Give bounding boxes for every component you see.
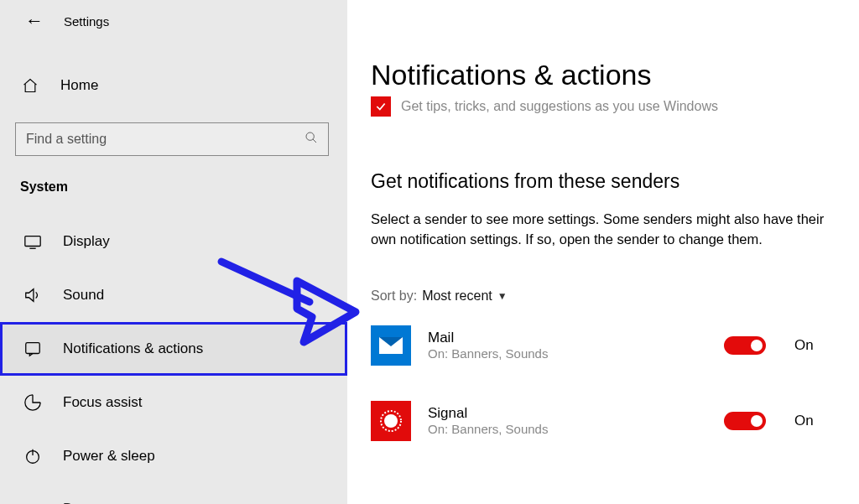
section-title: Get notifications from these senders — [371, 170, 839, 193]
svg-rect-1 — [25, 236, 40, 247]
tips-label: Get tips, tricks, and suggestions as you… — [401, 99, 718, 114]
sidebar-item-battery[interactable]: Battery — [0, 483, 347, 504]
sidebar-item-display[interactable]: Display — [0, 215, 347, 268]
svg-rect-2 — [26, 343, 40, 354]
toggle-label: On — [794, 337, 820, 354]
home-label: Home — [60, 77, 98, 94]
sort-by[interactable]: Sort by: Most recent ▼ — [371, 288, 839, 304]
search-wrap — [0, 122, 347, 156]
sidebar-item-focus[interactable]: Focus assist — [0, 376, 347, 429]
settings-title: Settings — [64, 14, 109, 29]
svg-point-0 — [306, 132, 314, 140]
sender-text: Signal On: Banners, Sounds — [428, 405, 707, 436]
main: Notifications & actions Get tips, tricks… — [347, 0, 859, 504]
notifications-icon — [23, 340, 43, 358]
toggle-mail[interactable] — [724, 336, 766, 355]
sidebar-item-sound[interactable]: Sound — [0, 268, 347, 322]
sidebar-item-label: Display — [63, 233, 110, 250]
sidebar-item-label: Notifications & actions — [63, 340, 203, 357]
search-input[interactable] — [26, 132, 305, 147]
sender-sub: On: Banners, Sounds — [428, 422, 707, 436]
search-icon — [305, 131, 318, 148]
sort-value: Most recent — [422, 288, 492, 304]
sort-label: Sort by: — [371, 288, 417, 304]
search-box[interactable] — [15, 122, 329, 156]
sidebar-item-label: Focus assist — [63, 394, 142, 411]
sidebar-item-label: Battery — [63, 501, 108, 504]
sender-mail[interactable]: Mail On: Banners, Sounds On — [371, 325, 820, 366]
category-title: System — [0, 156, 347, 205]
sender-sub: On: Banners, Sounds — [428, 346, 707, 361]
toggle-label: On — [794, 413, 820, 429]
focus-icon — [23, 393, 43, 412]
header-row: ← Settings — [0, 0, 347, 40]
toggle-signal[interactable] — [724, 412, 766, 430]
svg-point-7 — [384, 414, 398, 428]
back-arrow-icon[interactable]: ← — [25, 12, 44, 30]
signal-icon — [371, 401, 411, 441]
tips-row[interactable]: Get tips, tricks, and suggestions as you… — [371, 96, 839, 117]
home-icon — [20, 77, 40, 94]
page-title: Notifications & actions — [371, 59, 839, 91]
checkbox-icon[interactable] — [371, 96, 391, 117]
home-nav[interactable]: Home — [0, 64, 347, 107]
sidebar-item-label: Power & sleep — [63, 448, 155, 465]
sidebar: ← Settings Home System Display Sound — [0, 0, 347, 504]
display-icon — [23, 232, 43, 251]
sender-name: Signal — [428, 405, 707, 422]
sidebar-item-label: Sound — [63, 287, 104, 304]
sound-icon — [23, 286, 43, 304]
sidebar-item-notifications[interactable]: Notifications & actions — [0, 322, 347, 376]
section-desc: Select a sender to see more settings. So… — [371, 210, 839, 250]
power-icon — [23, 447, 43, 465]
mail-icon — [371, 325, 411, 366]
chevron-down-icon: ▼ — [497, 290, 508, 302]
sidebar-item-power[interactable]: Power & sleep — [0, 429, 347, 483]
sender-text: Mail On: Banners, Sounds — [428, 330, 707, 361]
sender-signal[interactable]: Signal On: Banners, Sounds On — [371, 401, 820, 441]
sender-name: Mail — [428, 330, 707, 346]
